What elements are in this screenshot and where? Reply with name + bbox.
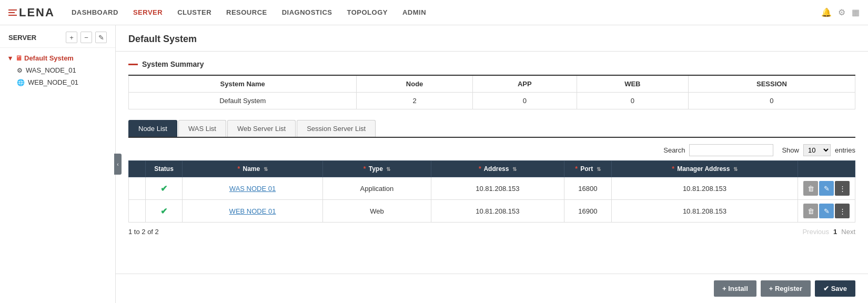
logo-text: LENA [19, 6, 55, 19]
search-input[interactable] [689, 144, 773, 156]
tab-node-list[interactable]: Node List [128, 120, 177, 137]
nav-dashboard[interactable]: DASHBOARD [72, 6, 118, 18]
tab-session-server-list[interactable]: Session Server List [297, 120, 376, 137]
bottom-bar: + Install + Register ✔ Save [116, 274, 868, 303]
col-status: Status [146, 161, 183, 177]
col-port[interactable]: * Port ⇅ [564, 161, 611, 177]
col-address[interactable]: * Address ⇅ [431, 161, 564, 177]
entries-label: entries [835, 146, 855, 154]
check-icon: ✔ [160, 184, 167, 193]
row1-checkbox [129, 177, 146, 200]
summary-node-count: 2 [357, 93, 472, 109]
sidebar-item-was-node[interactable]: ⚙ WAS_NODE_01 [0, 64, 115, 76]
col-name[interactable]: * Name ⇅ [183, 161, 323, 177]
col-actions [798, 161, 855, 177]
summary-header-node: Node [357, 75, 472, 93]
pagination-nav: Previous 1 Next [802, 228, 855, 236]
sidebar: SERVER + − ✎ ▾ 🖥 Default System ⚙ WAS_NO… [0, 25, 116, 303]
row2-port: 16900 [564, 200, 611, 223]
main-layout: SERVER + − ✎ ▾ 🖥 Default System ⚙ WAS_NO… [0, 25, 868, 303]
summary-session-count: 0 [688, 93, 855, 109]
row1-status: ✔ [146, 177, 183, 200]
table-row: ✔ WEB NODE 01 Web 10.81.208.153 16900 10… [129, 200, 855, 223]
page-title: Default System [128, 34, 197, 44]
sidebar-item-default-system[interactable]: ▾ 🖥 Default System [0, 52, 115, 64]
show-label: Show [782, 146, 799, 154]
col-manager-address[interactable]: * Manager Address ⇅ [611, 161, 798, 177]
pagination-info: 1 to 2 of 2 [128, 228, 159, 236]
summary-header-name: System Name [129, 75, 357, 93]
section-title: System Summary [142, 60, 204, 68]
nav-admin[interactable]: ADMIN [402, 6, 426, 18]
web-node-label: WEB_NODE_01 [28, 78, 78, 86]
row2-type: Web [323, 200, 431, 223]
pagination-row: 1 to 2 of 2 Previous 1 Next [128, 228, 855, 236]
previous-button[interactable]: Previous [802, 228, 829, 236]
content-header: Default System [116, 25, 868, 52]
grid-icon[interactable]: ▦ [852, 7, 860, 17]
sidebar-title: SERVER [8, 34, 36, 42]
show-select[interactable]: 10 25 50 100 [803, 144, 831, 156]
sidebar-collapse-button[interactable]: ‹ [114, 154, 122, 175]
system-summary-header: System Summary [128, 60, 855, 68]
row1-edit-button[interactable]: ✎ [819, 181, 834, 196]
table-controls: Search Show 10 25 50 100 entries [128, 144, 855, 156]
register-button[interactable]: + Register [761, 280, 811, 297]
page-number[interactable]: 1 [833, 228, 837, 236]
summary-table: System Name Node APP WEB SESSION Default… [128, 75, 855, 109]
tab-was-list[interactable]: WAS List [178, 120, 226, 137]
gear-small-icon: ⚙ [17, 67, 23, 74]
was-node-label: WAS_NODE_01 [26, 66, 76, 74]
summary-row: Default System 2 0 0 0 [129, 93, 855, 109]
logo-icon [8, 9, 17, 16]
nav-diagnostics[interactable]: DIAGNOSTICS [282, 6, 332, 18]
row2-status: ✔ [146, 200, 183, 223]
row1-more-button[interactable]: ⋮ [835, 181, 850, 196]
sidebar-header: SERVER + − ✎ [0, 25, 115, 48]
row2-edit-button[interactable]: ✎ [819, 204, 834, 218]
sidebar-minus-button[interactable]: − [80, 32, 92, 43]
summary-web-count: 0 [577, 93, 688, 109]
gear-icon[interactable]: ⚙ [838, 7, 845, 17]
nav-items: DASHBOARD SERVER CLUSTER RESOURCE DIAGNO… [72, 6, 821, 18]
collapse-icon: ‹ [117, 161, 118, 167]
nav-resource[interactable]: RESOURCE [226, 6, 267, 18]
row2-address: 10.81.208.153 [431, 200, 564, 223]
content-body: System Summary System Name Node APP WEB … [116, 52, 868, 244]
install-button[interactable]: + Install [714, 280, 756, 297]
summary-system-name: Default System [129, 93, 357, 109]
tree-root-label: Default System [24, 54, 74, 62]
next-button[interactable]: Next [841, 228, 855, 236]
row2-actions: 🗑 ✎ ⋮ [798, 200, 855, 223]
check-icon-2: ✔ [160, 207, 167, 216]
section-line [128, 64, 138, 65]
nav-cluster[interactable]: CLUSTER [177, 6, 211, 18]
server-icon: 🖥 [15, 54, 22, 62]
row2-more-button[interactable]: ⋮ [835, 204, 850, 218]
nav-topology[interactable]: TOPOLOGY [347, 6, 388, 18]
row2-delete-button[interactable]: 🗑 [803, 204, 818, 218]
content-area: Default System System Summary System Nam… [116, 25, 868, 274]
table-row: ✔ WAS NODE 01 Application 10.81.208.153 … [129, 177, 855, 200]
row1-port: 16800 [564, 177, 611, 200]
bell-icon[interactable]: 🔔 [821, 7, 832, 17]
sidebar-toolbar: + − ✎ [66, 32, 107, 43]
col-type[interactable]: * Type ⇅ [323, 161, 431, 177]
row1-name[interactable]: WAS NODE 01 [183, 177, 323, 200]
save-button[interactable]: ✔ Save [815, 280, 855, 297]
row1-delete-button[interactable]: 🗑 [803, 181, 818, 196]
summary-app-count: 0 [472, 93, 577, 109]
top-nav: LENA DASHBOARD SERVER CLUSTER RESOURCE D… [0, 0, 868, 25]
row1-manager-address: 10.81.208.153 [611, 177, 798, 200]
summary-header-web: WEB [577, 75, 688, 93]
sidebar-add-button[interactable]: + [66, 32, 77, 43]
sidebar-edit-button[interactable]: ✎ [95, 32, 107, 43]
tab-web-server-list[interactable]: Web Server List [227, 120, 296, 137]
row2-checkbox [129, 200, 146, 223]
row2-name[interactable]: WEB NODE 01 [183, 200, 323, 223]
sidebar-item-web-node[interactable]: 🌐 WEB_NODE_01 [0, 76, 115, 88]
col-checkbox [129, 161, 146, 177]
nav-server[interactable]: SERVER [133, 6, 163, 18]
sidebar-tree: ▾ 🖥 Default System ⚙ WAS_NODE_01 🌐 WEB_N… [0, 48, 115, 93]
nav-right: 🔔 ⚙ ▦ [821, 7, 860, 17]
